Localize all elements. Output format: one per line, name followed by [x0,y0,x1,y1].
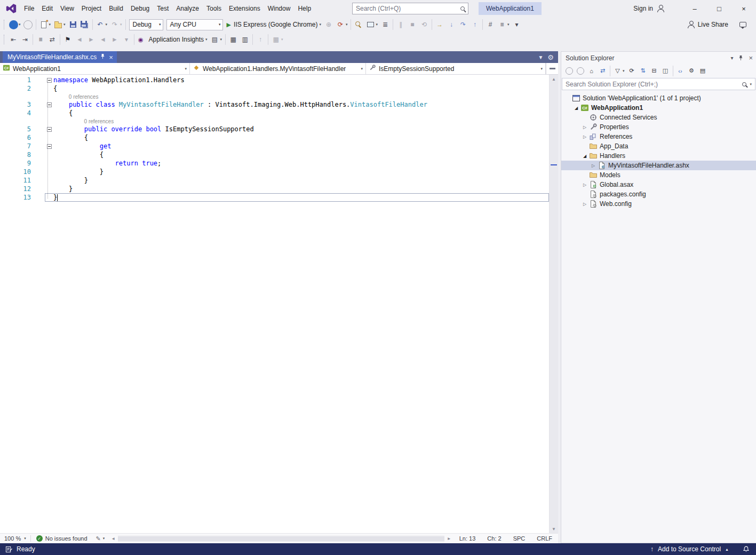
chevron-down-icon[interactable]: ▾ [205,37,208,42]
previous-bookmark-in-folder-button[interactable]: ◄ [97,33,109,46]
tree-item-web-config[interactable]: ▷Web.config [561,199,756,209]
live-share-button[interactable]: Live Share [687,21,728,28]
publish-button[interactable]: ↑ [254,33,266,46]
menu-help[interactable]: Help [294,3,315,14]
se-pending-changes-filter-button[interactable]: ▽ [612,65,623,76]
tree-item-handlers[interactable]: ◢Handlers [561,151,756,161]
spaces-indicator[interactable]: SPC [507,535,531,542]
hot-reload-button[interactable]: ⟳ [335,18,346,31]
menu-project[interactable]: Project [78,3,105,14]
menu-debug[interactable]: Debug [127,3,153,14]
chevron-down-icon[interactable]: ▾ [49,22,51,27]
se-refresh-button[interactable]: ⟳ [626,65,638,76]
parameter-info-button[interactable]: ⇄ [46,33,58,46]
code-line-5[interactable]: 5 public override bool IsEmptySessionSup… [0,125,549,133]
close-tab-icon[interactable]: × [109,54,113,61]
expander-icon[interactable]: ▷ [580,125,589,130]
code-line-4[interactable]: 4 { [0,109,549,117]
scroll-up-icon[interactable]: ▲ [550,75,558,83]
close-panel-icon[interactable]: × [749,54,753,62]
show-next-statement-button[interactable]: → [434,18,445,31]
menu-edit[interactable]: Edit [38,3,57,14]
active-files-dropdown-icon[interactable]: ▼ [538,54,543,60]
chevron-down-icon[interactable]: ▾ [63,22,66,27]
tree-item-connected-services[interactable]: Connected Services [561,113,756,122]
solution-search-box[interactable]: ▾ [562,78,755,90]
navigate-backward-button[interactable] [7,18,19,31]
menu-file[interactable]: File [20,3,38,14]
new-file-button[interactable] [38,18,50,31]
hscroll-thumb[interactable] [118,536,444,541]
save-all-button[interactable] [79,18,91,31]
chevron-down-icon[interactable]: ▾ [319,22,321,27]
solution-configurations-combo[interactable]: Debug▾ [129,19,163,30]
scroll-down-icon[interactable]: ▼ [550,525,558,533]
solution-platforms-combo[interactable]: Any CPU▾ [166,19,223,30]
hscroll-right-icon[interactable]: ► [445,536,453,541]
chevron-down-icon[interactable]: ▾ [106,22,108,27]
tree-item-webapplication1[interactable]: ◢C#WebApplication1 [561,103,756,113]
extensions-grid-button[interactable]: ▦ [270,33,282,46]
restart-button[interactable]: ⟲ [418,18,430,31]
code-line-10[interactable]: 10 } [0,168,549,176]
step-over-button[interactable]: ↷ [457,18,469,31]
search-input[interactable] [356,5,460,12]
code-editor[interactable]: 1namespace WebApplication1.Handlers2{0 r… [0,75,558,533]
se-preview-selected-button[interactable]: ◫ [660,65,671,76]
navigate-forward-doc-button[interactable]: ⇥ [19,33,31,46]
zoom-select[interactable]: 100 % ▾ [0,535,29,542]
tree-item-global-asax[interactable]: ▷Global.asax [561,180,756,189]
open-file-button[interactable] [52,18,64,31]
stop-debugging-button[interactable]: ■ [407,18,418,31]
tree-item-packages-config[interactable]: packages.config [561,189,756,199]
toolbar-grip[interactable] [4,20,4,29]
close-button[interactable]: × [731,0,756,17]
next-bookmark-in-folder-button[interactable]: ► [109,33,121,46]
sign-in-button[interactable]: Sign in [633,5,664,12]
code-line-3[interactable]: 3 public class MyVintasoftFileHandler : … [0,100,549,109]
break-all-button[interactable]: ∥ [395,18,407,31]
minimize-button[interactable]: – [682,0,707,17]
code-line-1[interactable]: 1namespace WebApplication1.Handlers [0,76,549,84]
code-line-13[interactable]: 13} [0,193,549,202]
previous-bookmark-button[interactable]: ◄ [74,33,85,46]
navigate-forward-button[interactable] [22,18,34,31]
window-position-menu-icon[interactable]: ▾ [730,55,733,61]
menu-extensions[interactable]: Extensions [225,3,264,14]
tree-item-myvintasoftfilehandler-ashx[interactable]: ▷MyVintasoftFileHandler.ashx [561,161,756,170]
add-to-source-control-button[interactable]: Add to Source Control [658,545,721,553]
tree-item-solution-webapplication1-1-of-1-project[interactable]: Solution 'WebApplication1' (1 of 1 proje… [561,93,756,103]
menu-tools[interactable]: Tools [203,3,225,14]
expander-icon[interactable]: ▷ [580,134,589,139]
se-collapse-all-button[interactable]: ⊟ [649,65,660,76]
show-code-map-button[interactable]: ▥ [239,33,251,46]
code-line-8[interactable]: 8 { [0,150,549,159]
menu-build[interactable]: Build [105,3,127,14]
member-dropdown[interactable]: IsEmptySessionSupported ▾ [366,63,546,74]
chevron-down-icon[interactable]: ▾ [281,37,283,42]
se-show-all-files-button[interactable]: ▤ [697,65,709,76]
chevron-down-icon[interactable]: ▾ [19,22,21,27]
application-insights-button[interactable]: ◉Application Insights [136,33,206,46]
expander-icon[interactable]: ▷ [580,202,589,207]
chevron-down-icon[interactable]: ▾ [507,22,510,27]
toolbar-options-button[interactable]: ▾ [511,18,523,31]
fold-collapse-icon[interactable] [47,102,52,107]
tree-item-references[interactable]: ▷References [561,132,756,141]
tree-item-properties[interactable]: ▷Properties [561,122,756,132]
live-visual-tree-button[interactable] [364,18,376,31]
member-list-button[interactable]: ≡ [35,33,46,46]
split-window-button[interactable] [546,63,558,74]
start-debugging-button[interactable]: ▶IIS Express (Google Chrome) [225,18,320,31]
code-line-2[interactable]: 2{ [0,84,549,93]
bookmark-options-button[interactable]: ▾ [121,33,132,46]
menu-view[interactable]: View [57,3,78,14]
se-forward-button[interactable] [575,65,586,76]
undo-button[interactable]: ↶ [94,18,106,31]
redo-button[interactable]: ↷ [109,18,121,31]
next-bookmark-button[interactable]: ► [85,33,97,46]
document-tab[interactable]: MyVintasoftFileHandler.ashx.cs × [3,51,117,63]
document-outline-button[interactable]: ≣ [379,18,391,31]
pin-tab-icon[interactable] [100,53,106,61]
tree-item-app-data[interactable]: App_Data [561,141,756,151]
